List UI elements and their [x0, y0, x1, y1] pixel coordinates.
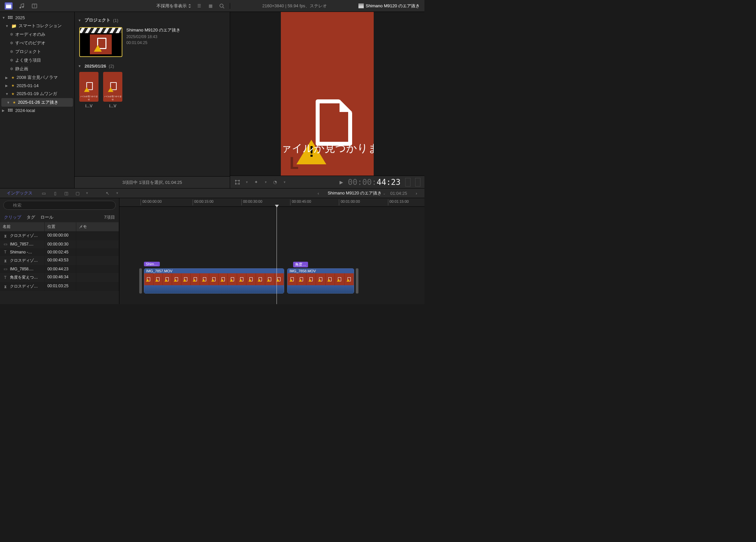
clip-thumb[interactable]: ァイルが見つかりませ I...V	[103, 72, 122, 108]
search-icon[interactable]	[219, 3, 225, 9]
play-button[interactable]: ▶	[340, 180, 343, 185]
clip-label: IMG_7858.MOV	[287, 269, 354, 273]
svg-text:T: T	[33, 4, 35, 8]
retime-icon[interactable]: ◔	[272, 179, 279, 186]
title-chip[interactable]: Shim…	[144, 262, 160, 267]
timeline-duration: 01:04:25	[390, 191, 407, 196]
clip-thumb[interactable]: ァイルが見つかりませ I...V	[79, 72, 98, 108]
group-date[interactable]: ▼ 2025/01/26 (2)	[77, 62, 228, 71]
smart-item-stills[interactable]: ✲静止画	[0, 65, 74, 73]
svg-rect-16	[10, 109, 11, 110]
chevron-down-icon: ▼	[2, 16, 6, 20]
event-2025-01-19[interactable]: ▼★2025-01-19 ムワンガ	[0, 90, 74, 98]
row-position: 00:01:03:25	[45, 282, 76, 291]
index-row[interactable]: T角度を変えつ… 00:00:46:34	[0, 273, 119, 282]
chevron-down-icon[interactable]: ▼	[245, 181, 248, 184]
index-row[interactable]: ▭IMG_7858.… 00:00:44:23	[0, 265, 119, 273]
row-type-icon: ▭	[3, 242, 8, 247]
library-sidebar: ▼ 2025 ▼ 📁 スマートコレクション ✲オーディオのみ ✲すべてのビデオ …	[0, 12, 75, 188]
event-2008[interactable]: ▶★2008 富士見パノラマ	[0, 73, 74, 82]
viewer-canvas[interactable]: ! ァイルが見つかりませ L	[230, 12, 424, 176]
timeline-title[interactable]: Shimano M9120 のエア抜き ⌄	[328, 190, 386, 196]
svg-rect-8	[358, 5, 364, 8]
enhance-icon[interactable]: ✦	[253, 179, 260, 186]
top-toolbar: T 不採用を非表示 ☰ ▦ 2160×3840 | 59.94 fps、ステレオ…	[0, 0, 424, 12]
titles-icon[interactable]: T	[31, 3, 38, 9]
clip-appearance-icon[interactable]: ☰	[196, 3, 203, 9]
row-memo	[76, 240, 119, 248]
playhead[interactable]	[277, 207, 277, 304]
viewer-timecode[interactable]: 00:00:44:23	[348, 178, 401, 187]
ruler-mark: 00:00:00:00	[141, 200, 161, 206]
tab-role[interactable]: ロール	[40, 214, 53, 220]
prev-edit-button[interactable]: ‹	[314, 191, 323, 196]
smart-item-audio[interactable]: ✲オーディオのみ	[0, 30, 74, 39]
smart-item-projects[interactable]: ✲プロジェクト	[0, 47, 74, 56]
project-name: Shimano M9120 のエア抜き	[126, 27, 180, 33]
tool-position-icon[interactable]: ◫	[63, 190, 70, 197]
chevron-right-icon: ▶	[5, 76, 9, 80]
event-2025-01-26[interactable]: ▼★2025-01-26 エア抜き	[1, 98, 73, 107]
event-2025-01-14[interactable]: ▶★2025-01-14	[0, 82, 74, 90]
row-name: IMG_7858.…	[10, 267, 33, 271]
transform-icon[interactable]	[234, 179, 241, 186]
row-position: 00:00:43:53	[45, 256, 76, 265]
chevron-down-icon: ▼	[5, 92, 9, 96]
timeline[interactable]: 00:00:00:0000:00:15:0000:00:30:0000:00:4…	[119, 198, 424, 304]
svg-point-25	[239, 183, 240, 184]
tool-trim-icon[interactable]: ▯	[52, 190, 58, 197]
gear-icon: ✲	[10, 32, 13, 37]
timeline-body[interactable]: Shim…角度…IMG_7857.MOV IMG_7858.MOV	[119, 207, 424, 304]
timeline-clip[interactable]: IMG_7858.MOV	[287, 269, 354, 293]
missing-file-icon	[85, 82, 93, 91]
row-position: 00:00:00:30	[45, 240, 76, 248]
clip-audio-waveform	[287, 285, 354, 293]
smart-item-video[interactable]: ✲すべてのビデオ	[0, 39, 74, 47]
chevron-down-icon[interactable]: ▼	[264, 181, 267, 184]
tool-range-icon[interactable]: ▢	[74, 190, 81, 197]
chevron-down-icon[interactable]: ▼	[283, 181, 286, 184]
arrow-tool-icon[interactable]: ↖	[104, 190, 111, 197]
group-projects[interactable]: ▼ プロジェクト (1)	[77, 15, 228, 25]
library-2024-local[interactable]: ▶ 2024-local	[0, 107, 74, 114]
index-row[interactable]: ▭IMG_7857.… 00:00:00:30	[0, 240, 119, 248]
chevron-right-icon: ▶	[2, 109, 6, 112]
index-button[interactable]: インデックス	[3, 190, 36, 197]
project-card[interactable]: Shimano M9120 のエア抜き 2025/02/09 18:43 00:…	[77, 25, 228, 62]
hide-rejected-menu[interactable]: 不採用を非表示	[157, 3, 191, 9]
clip-handle[interactable]	[139, 269, 142, 293]
search-input[interactable]	[3, 201, 116, 210]
chevron-down-icon: ▼	[7, 101, 11, 104]
list-view-icon[interactable]: ▦	[207, 3, 214, 9]
timeline-clip[interactable]: IMG_7857.MOV	[144, 269, 284, 293]
library-2025[interactable]: ▼ 2025	[0, 14, 74, 22]
index-row[interactable]: ⧗クロスディゾ… 00:00:43:53	[0, 256, 119, 265]
event-icon: ★	[13, 100, 16, 105]
svg-rect-18	[8, 110, 9, 112]
media-info-label: 2160×3840 | 59.94 fps、ステレオ	[235, 3, 354, 9]
chevron-down-icon: ▼	[78, 64, 82, 68]
gear-icon: ✲	[10, 67, 13, 71]
clip-handle[interactable]	[356, 269, 358, 293]
tab-tag[interactable]: タグ	[27, 214, 35, 220]
tool-select-icon[interactable]: ▭	[40, 190, 47, 197]
index-row[interactable]: TShimano -… 00:00:02:45	[0, 248, 119, 256]
title-chip[interactable]: 角度…	[293, 262, 308, 268]
chevron-down-icon[interactable]: ▼	[116, 192, 119, 195]
chevron-down-icon[interactable]: ▼	[86, 192, 89, 195]
row-type-icon: ⧗	[3, 284, 8, 289]
smart-collection-folder[interactable]: ▼ 📁 スマートコレクション	[0, 22, 74, 30]
tab-clip[interactable]: クリップ	[4, 214, 21, 220]
svg-rect-13	[10, 18, 11, 19]
index-row[interactable]: ⧗クロスディゾ… 00:01:03:25	[0, 282, 119, 291]
ruler-mark: 00:00:15:00	[193, 200, 214, 206]
row-type-icon: ⧗	[3, 259, 8, 263]
smart-item-favorites[interactable]: ✲よく使う項目	[0, 56, 74, 65]
music-icon[interactable]	[19, 3, 25, 9]
next-edit-button[interactable]: ›	[412, 191, 421, 196]
folder-icon: 📁	[11, 24, 17, 29]
svg-rect-0	[6, 5, 11, 8]
index-row[interactable]: ⧗クロスディゾ… 00:00:00:00	[0, 231, 119, 240]
media-import-icon[interactable]	[5, 2, 13, 10]
timeline-ruler[interactable]: 00:00:00:0000:00:15:0000:00:30:0000:00:4…	[119, 198, 424, 207]
